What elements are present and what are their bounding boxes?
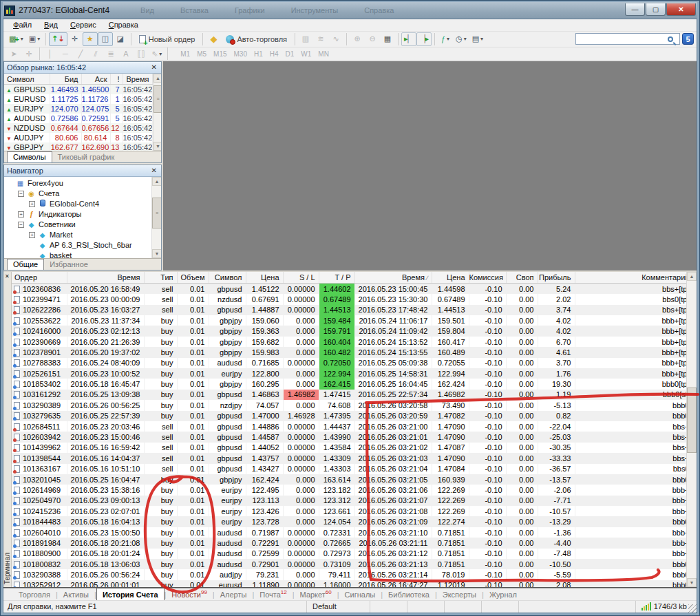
expand-plus-icon[interactable]: + (29, 232, 35, 238)
collapse-minus-icon[interactable]: − (18, 191, 24, 197)
history-row-102526151[interactable]: 1025261512016.05.23 10:00:52buy0.01eurjp… (12, 368, 686, 379)
column-header-Время[interactable]: Время∕ (354, 272, 432, 284)
timeframe-button-H1[interactable]: H1 (254, 50, 263, 58)
column-header-T / P[interactable]: T / P (319, 272, 354, 284)
candlestick-chart-button[interactable]: ≋ (313, 32, 328, 46)
tree-item-Счета[interactable]: −◉Счета (4, 189, 151, 199)
scroll-down-icon[interactable]: ▼ (687, 578, 697, 587)
status-profile[interactable]: Default (306, 601, 370, 613)
terminal-tab-Торговля[interactable]: Торговля (13, 590, 56, 600)
arrows-button[interactable]: ⇖▾ (149, 47, 165, 61)
line-chart-button[interactable]: ∿ (328, 32, 343, 46)
navigator-tab-Избранное[interactable]: Избранное (44, 259, 94, 270)
history-row-102390669[interactable]: 1023906692016.05.20 21:26:39buy0.01gbpjp… (12, 337, 686, 347)
zoom-in-button[interactable]: ⊕ (350, 32, 365, 46)
terminal-tab-Журнал[interactable]: Журнал (484, 590, 522, 600)
chart-shift-button[interactable]: ▸▏ (401, 32, 416, 46)
scrollbar-thumb[interactable]: ≡ (152, 198, 161, 229)
new-order-button[interactable]: + Новый ордер (134, 32, 200, 46)
menu-item-Сервис[interactable]: Сервис (65, 20, 102, 30)
history-row-102684511[interactable]: 1026845112016.05.23 20:03:46sell0.01gbpu… (12, 421, 686, 432)
history-row-103290388[interactable]: 1032903882016.05.26 00:56:24buy0.01audjp… (12, 569, 686, 580)
close-icon[interactable]: ✕ (150, 167, 158, 174)
resize-grip[interactable] (688, 604, 697, 613)
mql5-community-button[interactable]: 5 (682, 33, 694, 45)
new-chart-button[interactable]: ▩+▾ (6, 32, 26, 46)
scroll-down-icon[interactable]: ▼ (152, 249, 161, 258)
scroll-up-icon[interactable]: ▲ (152, 177, 161, 186)
strategy-tester-button[interactable]: ◪ (113, 32, 128, 46)
column-header-Объем[interactable]: Объем (177, 272, 209, 284)
history-row-103252912[interactable]: 1032529122016.05.26 00:01:01buy0.01eurus… (12, 580, 686, 587)
terminal-tab-История Счета[interactable]: История Счета (96, 588, 165, 600)
scroll-down-icon[interactable]: ▼ (153, 142, 162, 151)
auto-scroll-button[interactable]: ▕▸ (416, 32, 432, 46)
timeframe-button-M15[interactable]: M15 (213, 50, 226, 58)
market-watch-row-GBPUSD[interactable]: ▲GBPUSD1.464931.46500716:05:42 (4, 85, 152, 94)
scrollbar-thumb[interactable] (687, 387, 697, 453)
market-watch-tab-Символы[interactable]: Символы (7, 151, 52, 162)
history-row-101853402[interactable]: 1018534022016.05.18 16:45:47buy0.01gbpjp… (12, 379, 686, 389)
tree-item-Forex4you[interactable]: ▦Forex4you (4, 178, 151, 189)
terminal-tab-Эксперты[interactable]: Эксперты (437, 590, 482, 600)
history-row-102416000[interactable]: 1024160002016.05.23 02:12:13buy0.01gbpjp… (12, 326, 686, 336)
history-row-101398544[interactable]: 1013985442016.05.16 14:04:37sell0.01gbpu… (12, 453, 686, 463)
column-header[interactable]: Символ (4, 74, 50, 85)
market-watch-toggle-button[interactable]: ⇡⇣ (49, 32, 67, 46)
close-icon[interactable]: ✕ (5, 273, 10, 279)
column-header[interactable]: Аск (81, 74, 110, 85)
column-header[interactable]: ! (110, 74, 123, 85)
market-watch-tab-Тиковый график[interactable]: Тиковый график (52, 152, 120, 162)
market-watch-row-AUDUSD[interactable]: ▲AUDUSD0.725860.72591516:05:42 (4, 114, 152, 123)
history-row-103161292[interactable]: 1031612922016.05.25 13:09:38buy0.01gbpus… (12, 390, 686, 400)
market-watch-row-EURUSD[interactable]: ▲EURUSD1.117251.11726116:05:42 (4, 94, 152, 104)
terminal-scrollbar[interactable]: ▲ ▼ (686, 272, 697, 587)
column-header[interactable]: Время (123, 74, 152, 85)
tile-windows-button[interactable]: ▦ (380, 32, 395, 46)
text-label-button[interactable]: ⟦⟧ (134, 47, 149, 61)
tree-item-EGlobal-Cent4[interactable]: +EGlobal-Cent4 (4, 199, 151, 209)
history-row-103201045[interactable]: 1032010452016.05.25 16:04:47buy0.01gbpjp… (12, 474, 686, 485)
history-row-102788383[interactable]: 1027883832016.05.24 08:40:09buy0.01audus… (12, 358, 686, 368)
menu-item-Справка[interactable]: Справка (103, 20, 144, 30)
scroll-up-icon[interactable]: ▲ (687, 272, 697, 281)
history-row-102378901[interactable]: 1023789012016.05.20 19:37:02buy0.01gbpjp… (12, 347, 686, 357)
market-watch-row-AUDJPY[interactable]: ▼AUDJPY80.60680.614816:05:42 (4, 133, 152, 142)
expand-plus-icon[interactable]: + (29, 201, 35, 207)
terminal-tab-Сигналы[interactable]: Сигналы (339, 590, 381, 600)
navigator-toggle-button[interactable]: ★ (83, 32, 98, 46)
minimize-button[interactable]: — (625, 3, 645, 16)
market-watch-row-GBPJPY[interactable]: ▼GBPJPY162.677162.6901316:05:42 (4, 142, 152, 151)
menu-item-Файл[interactable]: Файл (8, 20, 37, 30)
column-header-Цена[interactable]: Цена (246, 272, 283, 284)
search-input[interactable] (578, 35, 668, 43)
tree-item-Индикаторы[interactable]: +ƒИндикаторы (4, 209, 151, 220)
timeframe-button-M1[interactable]: M1 (180, 50, 190, 58)
column-header-Символ[interactable]: Символ (209, 272, 246, 284)
tree-item-Советники[interactable]: −◆Советники (4, 220, 151, 230)
history-row-102603942[interactable]: 1026039422016.05.23 15:00:46sell0.01gbpu… (12, 432, 686, 442)
navigator-scrollbar[interactable]: ▲ ≡ ▼ (151, 177, 161, 258)
timeframe-button-M30[interactable]: M30 (234, 50, 247, 58)
market-watch-row-EURJPY[interactable]: ▲EURJPY124.070124.075516:05:42 (4, 104, 152, 114)
text-button[interactable]: A (118, 47, 134, 61)
expand-plus-icon[interactable]: + (18, 211, 24, 217)
timeframe-button-MN[interactable]: MN (318, 50, 329, 58)
templates-button[interactable]: ▤▾ (469, 32, 486, 46)
market-watch-row-NZDUSD[interactable]: ▼NZDUSD0.676440.676561216:05:42 (4, 123, 152, 133)
scrollbar-thumb[interactable]: ≡ (153, 85, 162, 113)
horizontal-line-button[interactable]: ─ (58, 47, 73, 61)
history-row-101439962[interactable]: 1014399622016.05.16 16:59:42sell0.01gbpu… (12, 443, 686, 453)
terminal-toggle-button[interactable]: ◫ (98, 32, 113, 46)
terminal-tab-Алерты[interactable]: Алерты (215, 590, 253, 600)
scroll-up-icon[interactable]: ▲ (153, 74, 162, 83)
column-header-Время[interactable]: Время (67, 272, 144, 284)
column-header-Комментарий[interactable]: Комментарий (575, 272, 686, 284)
history-row-101880900[interactable]: 1018809002016.05.18 20:01:24buy0.01audus… (12, 549, 686, 559)
terminal-tab-Активы[interactable]: Активы (58, 590, 94, 600)
metaeditor-button[interactable]: ◆ (206, 32, 221, 46)
market-watch-scrollbar[interactable]: ▲ ≡ ▼ (153, 74, 162, 151)
zoom-out-button[interactable]: ⊖ (365, 32, 380, 46)
column-header[interactable]: Бид (50, 74, 81, 85)
column-header-Прибыль[interactable]: Прибыль (538, 272, 575, 284)
